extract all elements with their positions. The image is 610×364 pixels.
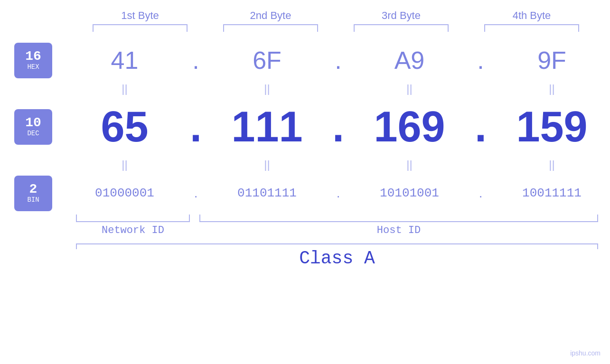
- top-bracket-4: [484, 24, 579, 32]
- bin-value-3: 10101001: [357, 186, 462, 200]
- network-bracket: [76, 215, 190, 222]
- top-bracket-3: [354, 24, 449, 32]
- dec-dot-1: .: [189, 103, 203, 151]
- bin-badge-label: BIN: [27, 196, 39, 204]
- bin-badge: 2 BIN: [14, 176, 52, 211]
- equals-1-3: ||: [357, 82, 462, 95]
- bin-dot-1: .: [189, 186, 203, 201]
- bottom-section: Network ID Host ID Class A: [0, 215, 610, 269]
- dec-badge-number: 10: [25, 116, 41, 130]
- hex-badge-label: HEX: [27, 63, 39, 71]
- equals-1-4: ||: [500, 82, 604, 95]
- network-host-labels: Network ID Host ID: [76, 224, 598, 236]
- rows-wrapper: 16 HEX 10 DEC 2 BIN: [0, 41, 610, 212]
- dec-value-1: 65: [73, 103, 177, 151]
- byte-label-4: 4th Byte: [479, 9, 584, 22]
- dec-row: 65 . 111 . 169 . 159: [66, 98, 610, 155]
- bin-dot-3: .: [474, 186, 488, 201]
- bin-value-1: 01000001: [73, 186, 177, 200]
- hex-row: 41 . 6F . A9 . 9F: [66, 41, 610, 79]
- bin-value-2: 01101111: [215, 186, 319, 200]
- bin-badge-number: 2: [29, 183, 38, 196]
- bin-dot-2: .: [331, 186, 346, 201]
- hex-dot-2: .: [331, 46, 346, 75]
- equals-2-3: ||: [357, 158, 462, 171]
- hex-dot-1: .: [189, 46, 203, 75]
- equals-2-4: ||: [500, 158, 604, 171]
- hex-value-1: 41: [73, 46, 177, 75]
- class-a-section: Class A: [76, 243, 598, 269]
- main-container: 1st Byte 2nd Byte 3rd Byte 4th Byte 16 H…: [0, 0, 610, 364]
- equals-row-2: || || || ||: [66, 155, 610, 174]
- watermark: ipshu.com: [570, 349, 601, 357]
- equals-row-1: || || || ||: [66, 79, 610, 98]
- hex-badge-number: 16: [25, 50, 41, 63]
- hex-value-2: 6F: [215, 46, 319, 75]
- hex-dot-3: .: [474, 46, 488, 75]
- byte-labels-row: 1st Byte 2nd Byte 3rd Byte 4th Byte: [75, 9, 597, 22]
- badges-column: 16 HEX 10 DEC 2 BIN: [0, 41, 66, 212]
- class-a-bracket-line: [76, 243, 598, 244]
- equals-1-2: ||: [215, 82, 319, 95]
- bin-row: 01000001 . 01101111 . 10101001 . 1001111…: [66, 174, 610, 212]
- byte-label-1: 1st Byte: [88, 9, 192, 22]
- equals-2-1: ||: [73, 158, 177, 171]
- dec-dot-2: .: [331, 103, 346, 151]
- network-host-brackets: [76, 215, 598, 222]
- data-grid: 41 . 6F . A9 . 9F || || || || 65: [66, 41, 610, 212]
- byte-label-3: 3rd Byte: [349, 9, 453, 22]
- class-a-label: Class A: [76, 248, 598, 269]
- top-bracket-2: [223, 24, 318, 32]
- equals-1-1: ||: [73, 82, 177, 95]
- bin-value-4: 10011111: [500, 186, 604, 200]
- dec-dot-3: .: [474, 103, 488, 151]
- hex-badge: 16 HEX: [14, 43, 52, 78]
- dec-value-2: 111: [215, 103, 319, 151]
- hex-value-3: A9: [357, 46, 462, 75]
- hex-value-4: 9F: [500, 46, 604, 75]
- top-bracket-1: [93, 24, 188, 32]
- host-bracket: [199, 215, 598, 222]
- top-brackets-row: [75, 24, 597, 32]
- dec-value-3: 169: [357, 103, 462, 151]
- dec-value-4: 159: [500, 103, 604, 151]
- byte-label-2: 2nd Byte: [218, 9, 323, 22]
- host-id-label: Host ID: [199, 224, 598, 236]
- equals-2-2: ||: [215, 158, 319, 171]
- dec-badge-label: DEC: [27, 130, 39, 137]
- network-id-label: Network ID: [76, 224, 190, 236]
- dec-badge: 10 DEC: [14, 109, 52, 145]
